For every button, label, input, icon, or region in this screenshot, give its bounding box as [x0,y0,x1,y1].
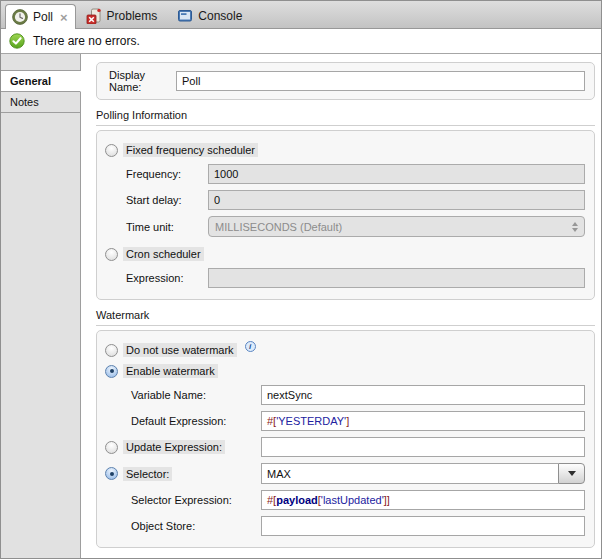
stepper-icon [572,222,578,232]
chevron-down-icon[interactable] [558,463,585,484]
no-watermark-label[interactable]: Do not use watermark [123,343,237,357]
cron-expression-input [208,268,585,288]
variable-name-field: Variable Name: [105,385,585,405]
time-unit-value: MILLISECONDS (Default) [215,221,342,233]
expression-token: #[ [267,415,276,427]
variable-name-label: Variable Name: [131,389,261,401]
console-icon [177,8,193,24]
fixed-frequency-row: Fixed frequency scheduler [105,143,585,157]
enable-watermark-radio[interactable] [105,365,118,378]
sidebar-item-general[interactable]: General [1,71,81,92]
object-store-label: Object Store: [131,520,261,532]
status-message: There are no errors. [33,34,140,48]
watermark-group: Do not use watermark i Enable watermark … [96,330,595,548]
update-expression-radio[interactable] [105,441,118,454]
start-delay-field: Start delay: [105,190,585,210]
cron-label[interactable]: Cron scheduler [123,247,204,261]
problems-icon [86,8,102,24]
tab-label: Poll [33,10,53,24]
display-name-input[interactable] [176,71,585,91]
frequency-field: Frequency: [105,164,585,184]
time-unit-label: Time unit: [126,221,208,233]
time-unit-select: MILLISECONDS (Default) [208,216,585,237]
time-unit-field: Time unit: MILLISECONDS (Default) [105,216,585,237]
status-bar: There are no errors. [1,29,601,54]
tab-poll[interactable]: Poll × [5,4,76,29]
selector-radio[interactable] [105,467,118,480]
frequency-label: Frequency: [126,168,208,180]
cron-radio[interactable] [105,248,118,261]
selector-expression-label: Selector Expression: [131,494,261,506]
frequency-input [208,164,585,184]
tab-bar: Poll × Problems Console [1,1,601,29]
tab-problems[interactable]: Problems [76,3,168,28]
info-icon[interactable]: i [245,341,256,352]
sidebar: General Notes [1,54,81,558]
enable-watermark-row: Enable watermark [105,364,585,378]
check-icon [9,33,25,49]
expression-token: 'YESTERDAY' [276,415,346,427]
object-store-input[interactable] [261,516,585,536]
selector-expression-input[interactable]: #[ payload [ 'lastUpdated' ]] [261,490,585,510]
sidebar-filler [1,113,81,558]
cron-expression-field: Expression: [105,268,585,288]
selector-combo-value[interactable]: MAX [261,463,558,484]
update-expression-input[interactable] [261,437,585,457]
close-icon[interactable]: × [60,11,68,24]
fixed-frequency-label[interactable]: Fixed frequency scheduler [123,143,258,157]
display-name-group: Display Name: [96,62,595,100]
tab-label: Problems [107,9,158,23]
no-watermark-radio[interactable] [105,344,118,357]
poll-properties-window: Poll × Problems Console There are no err… [0,0,602,559]
display-name-label: Display Name: [109,69,176,93]
tab-label: Console [198,9,242,23]
cron-row: Cron scheduler [105,247,585,261]
object-store-field: Object Store: [105,516,585,536]
sidebar-item-notes[interactable]: Notes [1,92,81,113]
sidebar-header [1,54,81,71]
tab-console[interactable]: Console [167,3,252,28]
selector-combo[interactable]: MAX [261,463,585,484]
cron-expression-label: Expression: [126,272,208,284]
section-title-polling: Polling Information [96,109,595,126]
start-delay-label: Start delay: [126,194,208,206]
section-title-watermark: Watermark [96,309,595,326]
fixed-frequency-radio[interactable] [105,144,118,157]
default-expression-label: Default Expression: [131,415,261,427]
expression-token: payload [276,494,318,506]
properties-panel: Display Name: Polling Information Fixed … [81,54,601,558]
selector-expression-field: Selector Expression: #[ payload [ 'lastU… [105,490,585,510]
expression-token: ] [346,415,349,427]
selector-field: Selector: MAX [105,463,585,484]
expression-token: 'lastUpdated' [321,494,384,506]
update-expression-label[interactable]: Update Expression: [123,440,225,454]
selector-label[interactable]: Selector: [123,467,172,481]
update-expression-field: Update Expression: [105,437,585,457]
expression-token: ]] [384,494,390,506]
start-delay-input [208,190,585,210]
clock-icon [12,9,28,25]
no-watermark-row: Do not use watermark i [105,343,585,357]
polling-group: Fixed frequency scheduler Frequency: Sta… [96,130,595,300]
expression-token: #[ [267,494,276,506]
variable-name-input[interactable] [261,385,585,405]
default-expression-input[interactable]: #[ 'YESTERDAY' ] [261,411,585,431]
default-expression-field: Default Expression: #[ 'YESTERDAY' ] [105,411,585,431]
enable-watermark-label[interactable]: Enable watermark [123,364,218,378]
